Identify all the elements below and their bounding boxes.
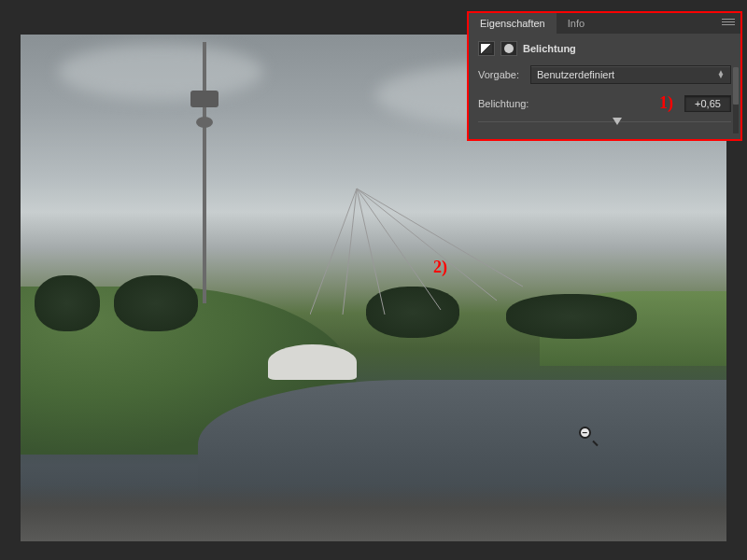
slider-thumb[interactable] xyxy=(613,118,622,125)
svg-line-4 xyxy=(357,189,497,301)
exposure-slider[interactable] xyxy=(478,117,731,128)
tab-info[interactable]: Info xyxy=(557,13,596,34)
tab-properties[interactable]: Eigenschaften xyxy=(469,13,557,34)
preset-dropdown[interactable]: Benutzerdefiniert ▲▼ xyxy=(530,65,731,84)
preset-label: Vorgabe: xyxy=(478,69,523,80)
exposure-adjustment-icon xyxy=(478,41,495,56)
properties-panel: ▸▸ Eigenschaften Info Belichtung Vorgabe… xyxy=(467,11,742,141)
adjustment-title: Belichtung xyxy=(523,43,576,54)
layer-mask-icon[interactable] xyxy=(500,41,517,56)
annotation-1: 1) xyxy=(659,93,673,113)
panel-menu-icon[interactable] xyxy=(722,19,735,28)
exposure-value-input[interactable]: +0,65 xyxy=(684,95,731,112)
svg-line-1 xyxy=(343,189,357,315)
preset-value: Benutzerdefiniert xyxy=(537,69,614,80)
svg-line-0 xyxy=(310,189,357,315)
exposure-label: Belichtung: xyxy=(478,98,652,109)
panel-scrollbar[interactable] xyxy=(733,67,739,133)
chevron-updown-icon: ▲▼ xyxy=(717,71,725,78)
svg-line-5 xyxy=(357,189,523,287)
